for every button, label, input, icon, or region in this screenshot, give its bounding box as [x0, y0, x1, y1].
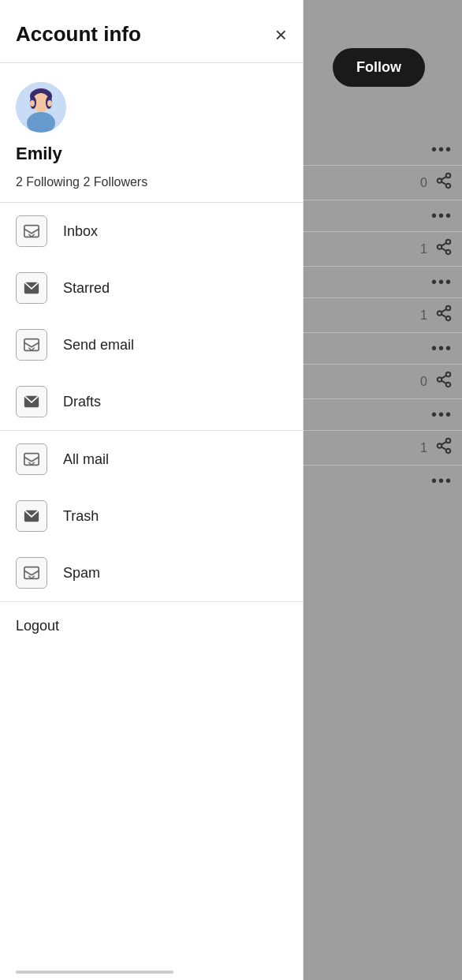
svg-rect-33: [24, 226, 39, 238]
user-section: Emily 2 Following 2 Followers: [0, 63, 303, 203]
menu-item-spam[interactable]: Spam: [0, 544, 303, 601]
menu-item-trash[interactable]: Trash: [0, 488, 303, 544]
mail-icon: [16, 272, 47, 304]
bg-row-3: •••: [304, 200, 462, 232]
count-label: 1: [420, 441, 427, 455]
scrollbar-indicator: [16, 971, 173, 974]
bg-row-8: 0: [304, 365, 462, 399]
panel-header: Account info ×: [0, 0, 303, 63]
menu-label-trash: Trash: [63, 508, 99, 525]
svg-rect-41: [24, 454, 39, 466]
menu-label-drafts: Drafts: [63, 394, 101, 410]
svg-line-9: [442, 243, 446, 246]
bg-row-9: •••: [304, 399, 462, 431]
share-icon[interactable]: [435, 305, 453, 326]
menu-label-starred: Starred: [63, 280, 110, 297]
menu-label-all-mail: All mail: [63, 451, 109, 468]
bg-row-11: •••: [304, 466, 462, 496]
svg-line-4: [442, 177, 446, 180]
menu-label-spam: Spam: [63, 565, 100, 582]
user-name: Emily: [16, 144, 287, 164]
menu-section-1: Inbox Starred Send email: [0, 203, 303, 431]
inbox-icon: [16, 215, 47, 247]
bg-row-2: 0: [304, 166, 462, 200]
menu-section-2: All mail Trash Spam: [0, 431, 303, 602]
svg-line-3: [442, 181, 446, 185]
spam-icon: [16, 557, 47, 589]
menu-item-all-mail[interactable]: All mail: [0, 431, 303, 488]
share-icon[interactable]: [435, 172, 453, 193]
drafts-icon: [16, 386, 47, 417]
menu-item-drafts[interactable]: Drafts: [0, 373, 303, 430]
svg-line-24: [442, 442, 446, 445]
bg-row-10: 1: [304, 431, 462, 466]
svg-line-19: [442, 376, 446, 379]
bg-row-6: 1: [304, 298, 462, 333]
count-label: 0: [420, 176, 427, 190]
all-mail-icon: [16, 443, 47, 475]
more-options-icon[interactable]: •••: [431, 339, 453, 357]
share-icon[interactable]: [435, 371, 453, 392]
trash-icon: [16, 500, 47, 532]
bg-row-1: •••: [304, 134, 462, 166]
menu-label-send-email: Send email: [63, 337, 134, 353]
svg-rect-37: [24, 339, 39, 351]
menu-item-inbox[interactable]: Inbox: [0, 203, 303, 260]
account-info-panel: Account info × Emily 2 Following 2 Fo: [0, 0, 304, 980]
follow-stats: 2 Following 2 Followers: [16, 175, 287, 189]
svg-line-23: [442, 447, 446, 450]
svg-point-31: [30, 100, 35, 107]
close-button[interactable]: ×: [275, 24, 287, 45]
panel-title: Account info: [16, 22, 141, 47]
svg-line-13: [442, 314, 446, 317]
svg-rect-45: [24, 567, 39, 579]
count-label: 1: [420, 309, 427, 323]
menu-item-send-email[interactable]: Send email: [0, 316, 303, 373]
share-icon[interactable]: [435, 437, 453, 458]
avatar: [16, 82, 66, 133]
svg-line-14: [442, 309, 446, 312]
follow-button[interactable]: Follow: [333, 48, 425, 87]
svg-line-18: [442, 380, 446, 383]
share-icon[interactable]: [435, 238, 453, 260]
bg-row-4: 1: [304, 232, 462, 267]
bg-row-5: •••: [304, 267, 462, 298]
menu-item-starred[interactable]: Starred: [0, 260, 303, 316]
more-options-icon[interactable]: •••: [431, 207, 453, 225]
send-icon: [16, 329, 47, 361]
menu-label-inbox: Inbox: [63, 223, 98, 240]
svg-point-32: [47, 100, 52, 107]
more-options-icon[interactable]: •••: [431, 406, 453, 424]
count-label: 1: [420, 242, 427, 256]
bg-row-7: •••: [304, 333, 462, 365]
more-options-icon[interactable]: •••: [431, 273, 453, 291]
count-label: 0: [420, 375, 427, 389]
svg-line-8: [442, 248, 446, 251]
more-options-icon[interactable]: •••: [431, 140, 453, 159]
logout-label: Logout: [16, 618, 59, 634]
logout-section[interactable]: Logout: [0, 602, 303, 650]
more-options-icon[interactable]: •••: [431, 472, 453, 490]
